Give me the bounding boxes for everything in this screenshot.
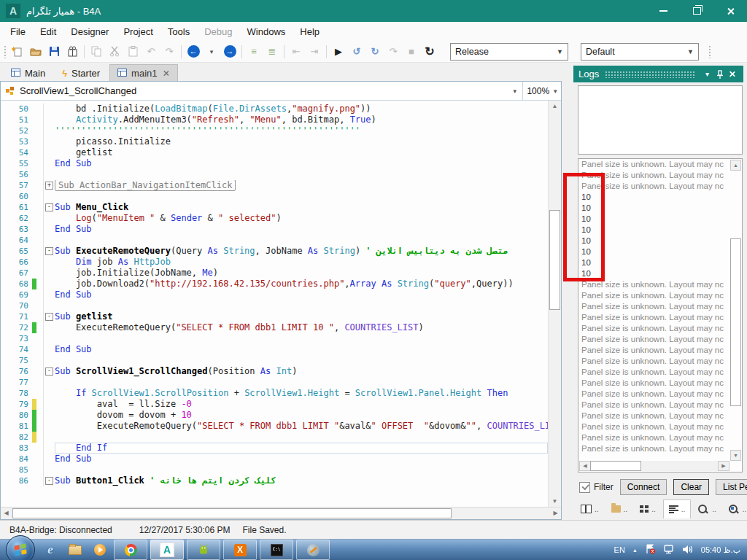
connect-button[interactable]: Connect	[620, 479, 667, 495]
taskbar-b4a[interactable]: A	[150, 540, 184, 560]
scroll-down-arrow[interactable]: ▼	[730, 450, 741, 461]
scroll-up-arrow[interactable]: ▲	[549, 101, 561, 112]
scroll-up-arrow[interactable]: ▲	[730, 160, 741, 171]
fold-margin[interactable]: +	[44, 180, 55, 191]
collapse-icon[interactable]: -	[45, 247, 53, 255]
code-line[interactable]: 78 If ScrollView1.ScrollPosition + Scrol…	[1, 388, 548, 399]
log-row[interactable]: Panel size is unknown. Layout may nc	[578, 159, 732, 170]
log-row[interactable]: Panel size is unknown. Layout may nc	[578, 170, 732, 181]
vscroll-thumb[interactable]	[549, 210, 560, 310]
taskbar-designer[interactable]	[296, 540, 330, 560]
undo-button[interactable]: ↶	[143, 44, 159, 60]
taskbar-xampp[interactable]: X	[223, 540, 257, 560]
taskbar-media-player[interactable]	[89, 540, 111, 559]
uncomment-button[interactable]: ≣	[264, 44, 280, 60]
pin-icon[interactable]	[713, 70, 726, 79]
scroll-left-arrow[interactable]: ◀	[579, 461, 591, 471]
code-line[interactable]: 81 ExecuteRemoteQuery("SELECT * FROM dbb…	[1, 421, 548, 432]
cut-button[interactable]	[107, 44, 123, 60]
show-hidden-icons[interactable]: ▲	[632, 548, 638, 553]
log-row[interactable]: Panel size is unknown. Layout may nc	[578, 334, 732, 345]
log-row[interactable]: Panel size is unknown. Layout may nc	[578, 367, 732, 378]
fold-margin[interactable]: -	[44, 366, 55, 377]
menu-file[interactable]: File	[3, 23, 33, 40]
comment-button[interactable]: ≡	[246, 44, 262, 60]
restart-button[interactable]: ↻	[422, 44, 438, 60]
code-line[interactable]: 79 aval = ll.Size -0	[1, 399, 548, 410]
step-button[interactable]: ↻	[367, 44, 383, 60]
collapse-icon[interactable]: -	[45, 203, 53, 211]
editor-zoom-select[interactable]: 100%▾	[522, 82, 561, 100]
code-line[interactable]: 74End Sub	[1, 344, 548, 355]
log-row[interactable]: Panel size is unknown. Layout may nc	[578, 290, 732, 301]
menu-help[interactable]: Help	[293, 23, 327, 40]
fold-margin[interactable]: -	[44, 202, 55, 213]
tab-find[interactable]: ..	[693, 499, 721, 518]
code-line[interactable]: 55End Sub	[1, 158, 548, 169]
start-button[interactable]	[6, 535, 35, 560]
volume-icon[interactable]	[682, 545, 694, 556]
package-button[interactable]	[64, 44, 80, 60]
close-tab-icon[interactable]	[163, 70, 169, 77]
open-project-button[interactable]	[28, 44, 44, 60]
hscroll-thumb[interactable]	[12, 508, 452, 518]
taskbar-explorer[interactable]	[64, 540, 86, 559]
toolbar-grip[interactable]	[4, 45, 7, 58]
editor-hscrollbar[interactable]: ◀ ▶	[1, 507, 561, 519]
code-line[interactable]: 84End Sub	[1, 454, 548, 464]
filter-checkbox[interactable]: Filter	[579, 482, 614, 493]
splitter[interactable]	[562, 63, 573, 520]
logs-vscrollbar[interactable]: ▲ ▼	[730, 160, 741, 461]
code-line[interactable]: 61-Sub Menu_Click	[1, 202, 548, 213]
code-line[interactable]: 71-Sub getlist	[1, 311, 548, 322]
code-line[interactable]: 86-Sub Button1_Click ' کلیک کردن ایتم ها…	[1, 475, 548, 486]
code-line[interactable]: 69End Sub	[1, 289, 548, 300]
redo-button[interactable]: ↷	[161, 44, 177, 60]
log-row[interactable]: 10	[578, 192, 732, 203]
code-line[interactable]: 60	[1, 191, 548, 202]
step-over-button[interactable]: ↷	[385, 44, 401, 60]
scroll-right-arrow[interactable]: ▶	[718, 461, 729, 471]
log-row[interactable]: Panel size is unknown. Layout may nc	[578, 389, 732, 400]
paste-button[interactable]	[125, 44, 141, 60]
log-row[interactable]: 10	[578, 268, 732, 279]
logs-list[interactable]: Panel size is unknown. Layout may ncPane…	[578, 158, 743, 472]
copy-button[interactable]	[88, 44, 104, 60]
code-line[interactable]: 82	[1, 432, 548, 443]
taskbar-chrome[interactable]	[114, 540, 147, 560]
log-row[interactable]: Panel size is unknown. Layout may nc	[578, 421, 732, 432]
taskbar-command-prompt[interactable]: C:\	[260, 540, 293, 560]
code-line[interactable]: 85	[1, 464, 548, 475]
hscroll-thumb[interactable]	[590, 461, 641, 471]
code-line[interactable]: 53 picasso.Initialize	[1, 136, 548, 147]
fold-margin[interactable]: -	[44, 246, 55, 257]
log-row[interactable]: Panel size is unknown. Layout may nc	[578, 323, 732, 334]
logs-filter-box[interactable]	[578, 85, 743, 155]
log-row[interactable]: Panel size is unknown. Layout may nc	[578, 356, 732, 367]
log-row[interactable]: Panel size is unknown. Layout may nc	[578, 400, 732, 411]
log-row[interactable]: Panel size is unknown. Layout may nc	[578, 181, 732, 192]
network-icon[interactable]	[663, 544, 675, 556]
code-line[interactable]: 50 bd .Initialize(LoadBitmap(File.DirAss…	[1, 104, 548, 114]
navigate-back-button[interactable]: ←	[185, 44, 201, 60]
tab-modules[interactable]: ..	[635, 499, 661, 518]
collapse-icon[interactable]: -	[45, 477, 53, 485]
scroll-down-arrow[interactable]: ▼	[549, 496, 561, 507]
collapse-icon[interactable]: -	[45, 313, 53, 321]
save-button[interactable]	[46, 44, 62, 60]
log-row[interactable]: Panel size is unknown. Layout may nc	[578, 345, 732, 356]
log-row[interactable]: 10	[578, 246, 732, 257]
member-dropdown[interactable]: ScrollView1_ScrollChanged	[20, 85, 136, 96]
toolbar-grip[interactable]	[708, 45, 712, 58]
code-line[interactable]: 51 Activity.AddMenuItem3("Refresh", "Men…	[1, 114, 548, 125]
menu-designer[interactable]: Designer	[63, 23, 116, 40]
list-permissions-button[interactable]: List Permis	[716, 479, 747, 495]
outdent-button[interactable]: ⇤	[288, 44, 304, 60]
chevron-down-icon[interactable]: ▾	[507, 88, 522, 95]
menu-edit[interactable]: Edit	[33, 23, 63, 40]
close-button[interactable]	[713, 0, 747, 22]
code-line[interactable]: 68 job.Download2("http://192.168.42.135/…	[1, 279, 548, 289]
tab-search-results[interactable]: ..	[724, 499, 747, 518]
logs-hscrollbar[interactable]: ◀ ▶	[579, 461, 729, 471]
fold-margin[interactable]: -	[44, 311, 55, 322]
